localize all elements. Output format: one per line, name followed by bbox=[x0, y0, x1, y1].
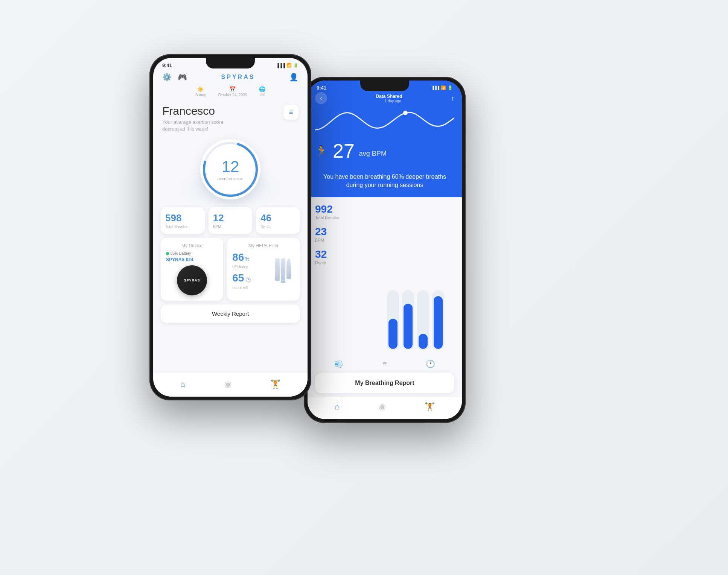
bpm-unit: avg BPM bbox=[359, 150, 387, 161]
filter-visual bbox=[275, 259, 291, 283]
phones-container: 9:41 ▐▐▐ 📶 🔋 ⚙️ 🎮 SPYRAS 👤 bbox=[119, 24, 609, 551]
bpm-label: BPM bbox=[213, 225, 248, 229]
globe-icon: 🌐 bbox=[259, 86, 265, 92]
bottom-nav-1: ⌂ ◉ 🏋 bbox=[153, 373, 308, 397]
depth-label: Depth bbox=[260, 225, 295, 229]
p2-signal-icon: ▐▐▐ bbox=[431, 86, 439, 90]
filter-bar-3 bbox=[286, 259, 291, 279]
filter-efficiency-unit: % bbox=[245, 256, 249, 262]
depth-value: 46 bbox=[260, 212, 295, 224]
p2-battery-icon: 🔋 bbox=[448, 85, 453, 90]
user-name: Francesco bbox=[162, 105, 223, 117]
stat-card-breaths: 598 Total Breaths bbox=[161, 207, 205, 234]
p2-bottom-icons: 💨 ≡ 🕐 bbox=[308, 356, 462, 370]
menu-button[interactable]: ≡ bbox=[283, 105, 299, 120]
device-card: My Device 85% Battery SPYRAS 024 SPYRAS bbox=[161, 238, 223, 301]
p2-depth-value: 32 bbox=[315, 248, 382, 260]
running-icon: 🏃 bbox=[315, 145, 328, 157]
p2-bpm-label: BPM bbox=[315, 238, 382, 242]
nav-fitness-2[interactable]: 🏋 bbox=[425, 402, 435, 412]
filter-card: My HEPA Filter 86 % efficiency 65 bbox=[227, 238, 300, 301]
wave-chart bbox=[315, 107, 454, 141]
bpm-big-value: 27 bbox=[333, 141, 355, 161]
nav-record-2[interactable]: ◉ bbox=[379, 402, 386, 412]
score-section: 12 exertion score bbox=[161, 135, 300, 203]
weekly-report-button[interactable]: Weekly Report bbox=[161, 304, 300, 323]
wind-icon[interactable]: 💨 bbox=[334, 359, 344, 368]
share-button[interactable]: ↑ bbox=[451, 94, 454, 102]
breathing-report-button[interactable]: My Breathing Report bbox=[315, 373, 454, 393]
bpm-row: 🏃 27 avg BPM bbox=[315, 141, 454, 161]
p2-bpm-value: 23 bbox=[315, 226, 382, 238]
device-logo: SPYRAS bbox=[184, 278, 200, 282]
p2-status-icons: ▐▐▐ 📶 🔋 bbox=[431, 85, 453, 90]
bpm-value: 12 bbox=[213, 212, 248, 224]
sun-icon: ☀️ bbox=[197, 86, 204, 92]
filter-title: My HEPA Filter bbox=[232, 243, 295, 248]
notch-1 bbox=[206, 58, 255, 68]
p2-stat-depth: 32 Depth bbox=[315, 248, 382, 265]
p2-depth-label: Depth bbox=[315, 260, 382, 265]
data-shared-sub: 1 day ago. bbox=[376, 99, 402, 103]
p2-top-row: ‹ Data Shared 1 day ago. ↑ bbox=[315, 92, 454, 104]
game-icon[interactable]: 🎮 bbox=[178, 73, 187, 82]
svg-point-2 bbox=[403, 111, 408, 115]
bottom-nav-2: ⌂ ◉ 🏋 bbox=[308, 396, 462, 419]
device-image: SPYRAS bbox=[177, 265, 207, 295]
wifi-icon: 📶 bbox=[286, 63, 292, 68]
p2-stats-area: 992 Total Breaths 23 BPM 32 Depth bbox=[308, 197, 462, 356]
nav-fitness-1[interactable]: 🏋 bbox=[270, 379, 280, 389]
p2-breaths-label: Total Breaths bbox=[315, 215, 382, 220]
filter-efficiency-value: 86 bbox=[232, 251, 244, 263]
weather-location: 🌐 UK bbox=[259, 86, 265, 97]
p2-left-stats: 992 Total Breaths 23 BPM 32 Depth bbox=[315, 203, 382, 350]
user-subtitle: Your average exertion scoredecreased thi… bbox=[162, 119, 223, 132]
back-button[interactable]: ‹ bbox=[315, 92, 327, 104]
filter-hours-label: hours left bbox=[232, 286, 295, 290]
filter-bar-1 bbox=[275, 259, 280, 281]
stat-card-depth: 46 Depth bbox=[256, 207, 300, 234]
filter-bar-2 bbox=[281, 259, 285, 283]
weather-date: 📅 October 24, 2020 bbox=[218, 86, 247, 97]
app-title: SPYRAS bbox=[221, 74, 255, 81]
p2-header: 9:41 ▐▐▐ 📶 🔋 ‹ Data Shared 1 day ago. bbox=[308, 81, 462, 173]
lines-icon[interactable]: ≡ bbox=[382, 359, 387, 368]
p2-breaths-value: 992 bbox=[315, 203, 382, 215]
score-circle: 12 exertion score bbox=[200, 139, 260, 199]
app-header: ⚙️ 🎮 SPYRAS 👤 bbox=[161, 70, 300, 85]
weather-condition: Sunny bbox=[195, 93, 206, 97]
stat-card-bpm: 12 BPM bbox=[209, 207, 253, 234]
profile-icon[interactable]: 👤 bbox=[289, 73, 299, 82]
stats-row: 598 Total Breaths 12 BPM 46 Depth bbox=[161, 207, 300, 234]
p2-stat-bpm: 23 BPM bbox=[315, 226, 382, 242]
nav-home-1[interactable]: ⌂ bbox=[180, 379, 185, 389]
p2-bar-charts bbox=[387, 203, 454, 350]
p2-time: 9:41 bbox=[317, 85, 326, 91]
breaths-value: 598 bbox=[165, 212, 200, 224]
calendar-icon: 📅 bbox=[229, 86, 236, 92]
bar-outer-3 bbox=[417, 290, 429, 350]
nav-home-2[interactable]: ⌂ bbox=[335, 402, 340, 412]
clock-icon[interactable]: 🕐 bbox=[426, 359, 435, 368]
p2-wifi-icon: 📶 bbox=[441, 85, 446, 90]
signal-icon: ▐▐▐ bbox=[276, 63, 285, 68]
bar-inner-2 bbox=[404, 304, 413, 349]
bar-outer-1 bbox=[387, 290, 399, 350]
hours-clock-icon: 🕐 bbox=[245, 277, 251, 283]
phone-2: 9:41 ▐▐▐ 📶 🔋 ‹ Data Shared 1 day ago. bbox=[304, 77, 466, 423]
bar-inner-3 bbox=[419, 334, 428, 349]
bar-inner-4 bbox=[434, 296, 443, 349]
weather-location-text: UK bbox=[260, 93, 265, 97]
bar-inner-1 bbox=[388, 319, 398, 349]
breaths-label: Total Breaths bbox=[165, 225, 200, 229]
battery-text: 85% Battery bbox=[171, 251, 191, 256]
bar-outer-2 bbox=[402, 290, 414, 350]
p2-stat-breaths: 992 Total Breaths bbox=[315, 203, 382, 220]
nav-record-1[interactable]: ◉ bbox=[224, 379, 231, 389]
settings-icon[interactable]: ⚙️ bbox=[162, 73, 172, 82]
weather-sunny: ☀️ Sunny bbox=[195, 86, 206, 97]
bar-outer-4 bbox=[432, 290, 444, 350]
battery-indicator bbox=[166, 252, 169, 255]
header-icons: ⚙️ 🎮 bbox=[162, 73, 187, 82]
filter-hours-value: 65 bbox=[232, 272, 244, 284]
